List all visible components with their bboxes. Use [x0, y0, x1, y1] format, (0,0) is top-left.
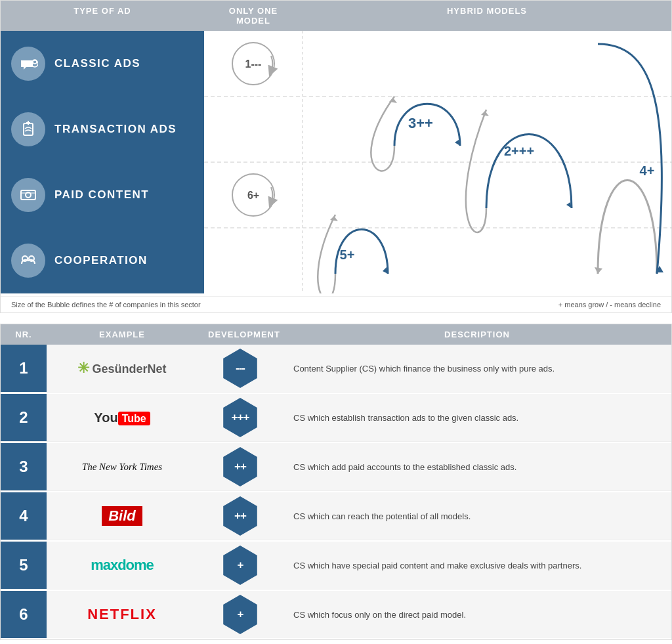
paid-content-label: PAID CONTENT — [54, 188, 149, 202]
table-row: 5 maxdome + CS which have special paid c… — [1, 542, 671, 590]
chart-area: 1--- 6+ 5+ — [204, 31, 672, 296]
row-example-5: maxdome — [47, 542, 198, 589]
diagram-svg: 1--- 6+ 5+ — [204, 31, 672, 293]
row-nr-3: 3 — [1, 443, 47, 490]
svg-text:3++: 3++ — [408, 115, 433, 131]
row-nr-5: 5 — [1, 542, 47, 589]
left-labels: CLASSIC ADS TRANSACTION ADS — [1, 31, 204, 296]
row-example-4: Bild — [47, 492, 198, 540]
table-row: 4 Bild ++ CS which can reach the potenti… — [1, 492, 671, 540]
row-dev-4: ++ — [198, 492, 283, 540]
svg-text:5+: 5+ — [340, 247, 355, 262]
dev-badge-3: ++ — [220, 447, 260, 486]
row-dev-3: ++ — [198, 443, 283, 490]
table-header: NR. EXAMPLE DEVELOPMENT DESCRIPTION — [1, 324, 671, 345]
row-desc-1: Content Supplier (CS) which finance the … — [283, 345, 671, 392]
row-dev-1: --- — [198, 345, 283, 392]
svg-text:1---: 1--- — [245, 58, 262, 70]
svg-text:4+: 4+ — [640, 163, 655, 178]
diagram-body: CLASSIC ADS TRANSACTION ADS — [1, 31, 671, 296]
row-dev-2: +++ — [198, 394, 283, 441]
header-one-model: ONLY ONE MODEL — [204, 1, 303, 31]
svg-text:6+: 6+ — [247, 190, 259, 201]
gesunder-star-icon: ✳ — [77, 360, 89, 376]
row-example-2: YouTube — [47, 394, 198, 441]
dev-badge-1: --- — [220, 349, 260, 388]
dev-badge-4: ++ — [220, 496, 260, 536]
row-cooperation: COOPERATION — [1, 228, 204, 293]
row-nr-6: 6 — [1, 591, 47, 638]
svg-marker-19 — [330, 216, 338, 221]
row-example-3: The New York Times — [47, 443, 198, 490]
th-development: DEVELOPMENT — [198, 324, 283, 345]
th-nr: NR. — [1, 324, 47, 345]
main-container: TYPE OF AD ONLY ONE MODEL HYBRID MODELS — [0, 0, 672, 640]
dev-badge-2: +++ — [220, 398, 260, 437]
row-desc-6: CS which focus only on the direct paid m… — [283, 591, 671, 638]
row-example-1: ✳GesünderNet — [47, 345, 198, 392]
row-transaction-ads: TRANSACTION ADS — [1, 97, 204, 162]
row-nr-2: 2 — [1, 394, 47, 441]
footnote-left: Size of the Bubble defines the # of comp… — [11, 301, 201, 309]
classic-ads-label: CLASSIC ADS — [54, 57, 140, 70]
row-nr-1: 1 — [1, 345, 47, 392]
row-desc-5: CS which have special paid content and m… — [283, 542, 671, 589]
diagram-section: TYPE OF AD ONLY ONE MODEL HYBRID MODELS — [0, 0, 672, 313]
classic-ads-icon — [11, 47, 45, 81]
svg-marker-24 — [595, 267, 602, 274]
row-dev-6: + — [198, 591, 283, 638]
row-desc-2: CS which establish transaction ads to th… — [283, 394, 671, 441]
footnote-right: + means grow / - means decline — [558, 301, 661, 309]
row-dev-5: + — [198, 542, 283, 589]
dev-badge-6: + — [220, 595, 260, 634]
row-example-6: NETFLIX — [47, 591, 198, 638]
header-hybrid: HYBRID MODELS — [303, 1, 671, 31]
row-classic-ads: CLASSIC ADS — [1, 31, 204, 97]
row-nr-4: 4 — [1, 492, 47, 540]
table-row: 1 ✳GesünderNet --- Content Supplier (CS)… — [1, 345, 671, 393]
row-desc-3: CS which add paid accounts to the establ… — [283, 443, 671, 490]
cooperation-icon — [11, 244, 45, 278]
table-row: 6 NETFLIX + CS which focus only on the d… — [1, 591, 671, 638]
table-section: NR. EXAMPLE DEVELOPMENT DESCRIPTION 1 ✳G… — [0, 324, 672, 640]
paid-content-icon — [11, 178, 45, 212]
diagram-header: TYPE OF AD ONLY ONE MODEL HYBRID MODELS — [1, 1, 671, 31]
table-row: 3 The New York Times ++ CS which add pai… — [1, 443, 671, 491]
row-desc-4: CS which can reach the potential of all … — [283, 492, 671, 540]
svg-text:2+++: 2+++ — [504, 144, 534, 158]
dev-badge-5: + — [220, 546, 260, 585]
header-type: TYPE OF AD — [1, 1, 204, 31]
svg-rect-2 — [24, 123, 33, 135]
th-example: EXAMPLE — [47, 324, 198, 345]
cooperation-label: COOPERATION — [54, 254, 148, 267]
transaction-ads-label: TRANSACTION ADS — [54, 123, 177, 136]
diagram-footnote: Size of the Bubble defines the # of comp… — [1, 296, 671, 312]
table-row: 2 YouTube +++ CS which establish transac… — [1, 394, 671, 442]
row-paid-content: PAID CONTENT — [1, 162, 204, 228]
transaction-ads-icon — [11, 112, 45, 146]
svg-marker-22 — [481, 111, 489, 116]
th-description: DESCRIPTION — [283, 324, 671, 345]
